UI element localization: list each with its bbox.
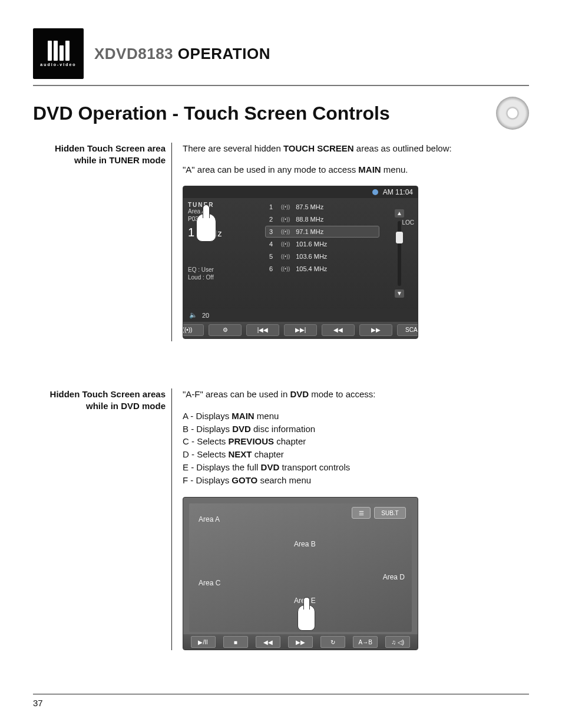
rewind-button[interactable]: ◀◀ xyxy=(256,636,280,648)
disc-icon xyxy=(496,97,529,130)
next-track-button[interactable]: ▶▶| xyxy=(284,324,317,336)
side-label-dvd: Hidden Touch Screen areas while in DVD m… xyxy=(33,388,166,413)
subtitle-button[interactable]: SUB.T xyxy=(374,507,406,519)
loc-label: LOC xyxy=(402,219,414,226)
preset-row[interactable]: 2((•))88.8 MHz xyxy=(266,214,379,225)
pointing-hand-icon xyxy=(196,213,216,242)
side-label-tuner: Hidden Touch Screen area while in TUNER … xyxy=(33,143,166,167)
dvd-intro: "A-F" areas can be used in DVD mode to a… xyxy=(183,388,529,400)
stop-button[interactable]: ■ xyxy=(223,636,248,648)
scroll-up-icon[interactable]: ▲ xyxy=(395,209,404,218)
volume-slider[interactable] xyxy=(398,221,401,286)
scroll-down-icon[interactable]: ▼ xyxy=(395,289,404,298)
page-title: DVD Operation - Touch Screen Controls xyxy=(33,103,390,124)
clock-time: AM 11:04 xyxy=(383,188,413,196)
area-a-label: Area A xyxy=(188,208,259,215)
clock-icon xyxy=(372,189,378,195)
rewind-button[interactable]: ◀◀ xyxy=(322,324,355,336)
brand-logo: audio-video xyxy=(33,28,84,79)
header-title: XDVD8183 OPERATION xyxy=(94,45,270,63)
scan-button[interactable]: SCAN xyxy=(397,324,418,336)
intro-text-2: "A" area can be used in any mode to acce… xyxy=(183,164,529,176)
brand-subtext: audio-video xyxy=(40,62,76,67)
list-item: E - Displays the full DVD transport cont… xyxy=(183,461,529,474)
preset-list: 1((•))87.5 MHz2((•))88.8 MHz3((•))97.1 M… xyxy=(263,198,381,309)
audio-button[interactable]: ♫ ◁) xyxy=(385,636,410,648)
area-b-overlay: Area B xyxy=(294,540,316,548)
settings-button[interactable]: ⚙ xyxy=(209,324,242,336)
list-item: A - Displays MAIN menu xyxy=(183,410,529,423)
dvd-screenshot: ☰ SUB.T Area A Area B Area C Area D Area… xyxy=(183,497,418,650)
fast-forward-button[interactable]: ▶▶ xyxy=(288,636,313,648)
area-c-overlay: Area C xyxy=(199,579,220,587)
mode-label: TUNER xyxy=(188,202,259,208)
preset-row[interactable]: 6((•))105.4 MHz xyxy=(266,263,379,274)
intro-text-1: There are several hidden TOUCH SCREEN ar… xyxy=(183,143,529,154)
loud-label: Loud : Off xyxy=(188,274,259,281)
fast-forward-button[interactable]: ▶▶ xyxy=(359,324,392,336)
preset-row[interactable]: 3((•))97.1 MHz xyxy=(266,226,379,237)
list-item: D - Selects NEXT chapter xyxy=(183,448,529,461)
pointing-hand-icon xyxy=(297,605,315,631)
header-operation: OPERATION xyxy=(178,45,270,62)
list-item: C - Selects PREVIOUS chapter xyxy=(183,435,529,448)
eq-label: EQ : User xyxy=(188,266,259,273)
tuner-screenshot: AM 11:04 TUNER Area A P03 ST 1 MHz EQ : … xyxy=(183,186,418,339)
header-row: audio-video XDVD8183 OPERATION xyxy=(33,28,529,86)
a-b-repeat-button[interactable]: A→B xyxy=(353,636,378,648)
list-item: F - Displays GOTO search menu xyxy=(183,474,529,487)
area-a-overlay: Area A xyxy=(199,515,220,523)
play-pause-button[interactable]: ▶/II xyxy=(191,636,216,648)
model-number: XDVD8183 xyxy=(94,45,173,62)
page-number: 37 xyxy=(33,694,529,708)
repeat-button[interactable]: ↻ xyxy=(320,636,345,648)
area-d-overlay: Area D xyxy=(383,573,405,581)
preset-row[interactable]: 4((•))101.6 MHz xyxy=(266,239,379,249)
prev-track-button[interactable]: |◀◀ xyxy=(246,324,279,336)
list-item: B - Displays DVD disc information xyxy=(183,423,529,436)
menu-icon[interactable]: ☰ xyxy=(352,507,371,519)
speaker-icon: 🔈 xyxy=(189,311,197,319)
preset-row[interactable]: 1((•))87.5 MHz xyxy=(266,202,379,212)
volume-value: 20 xyxy=(202,312,209,319)
dvd-area-list: A - Displays MAIN menuB - Displays DVD d… xyxy=(183,410,529,487)
local-button[interactable]: ((•)) xyxy=(183,324,204,336)
preset-row[interactable]: 5((•))103.6 MHz xyxy=(266,251,379,262)
